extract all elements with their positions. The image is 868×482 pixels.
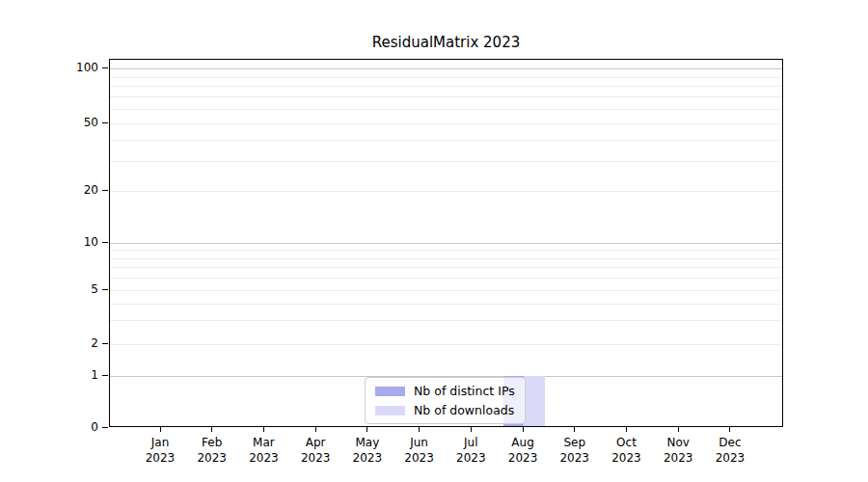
y-tick-label: 100 — [59, 61, 98, 74]
minor-gridline — [110, 278, 782, 279]
figure: ResidualMatrix 2023 0125102050100Jan2023… — [0, 0, 868, 482]
minor-gridline — [110, 140, 782, 141]
legend-item-downloads: Nb of downloads — [375, 403, 515, 417]
y-tick-mark — [102, 289, 108, 290]
plot-area — [109, 59, 783, 427]
x-tick-mark — [523, 427, 524, 432]
y-tick-label: 5 — [59, 282, 98, 296]
x-tick-mark — [160, 427, 161, 432]
minor-gridline — [110, 161, 782, 162]
x-tick-mark — [419, 427, 420, 432]
y-tick-mark — [102, 122, 108, 123]
legend-label-downloads: Nb of downloads — [414, 403, 514, 417]
legend-swatch-downloads — [375, 406, 405, 415]
x-tick-year: 2023 — [699, 450, 761, 466]
y-tick-mark — [102, 190, 108, 191]
y-tick-label: 1 — [59, 368, 98, 382]
x-tick-mark — [315, 427, 316, 432]
minor-gridline — [110, 267, 782, 268]
y-tick-label: 50 — [59, 116, 98, 129]
legend-swatch-distinct-ips — [375, 387, 405, 396]
major-gridline — [110, 243, 782, 244]
legend: Nb of distinct IPs Nb of downloads — [365, 377, 526, 424]
x-tick-mark — [729, 427, 730, 432]
minor-gridline — [110, 250, 782, 251]
x-tick-label: Dec2023 — [699, 435, 761, 466]
legend-label-distinct-ips: Nb of distinct IPs — [414, 384, 515, 398]
legend-item-distinct-ips: Nb of distinct IPs — [375, 384, 515, 398]
x-tick-mark — [211, 427, 212, 432]
minor-gridline — [110, 123, 782, 124]
y-tick-label: 0 — [59, 420, 98, 434]
y-tick-mark — [102, 343, 108, 344]
y-tick-label: 10 — [59, 235, 98, 249]
y-tick-label: 2 — [59, 336, 98, 350]
minor-gridline — [110, 320, 782, 321]
bar-downloads — [524, 376, 545, 426]
minor-gridline — [110, 86, 782, 87]
y-tick-label: 20 — [59, 183, 98, 197]
chart-title: ResidualMatrix 2023 — [109, 34, 783, 51]
x-tick-mark — [574, 427, 575, 432]
x-tick-mark — [626, 427, 627, 432]
minor-gridline — [110, 290, 782, 291]
x-tick-month: Dec — [699, 435, 761, 450]
minor-gridline — [110, 258, 782, 259]
y-tick-mark — [102, 427, 108, 428]
minor-gridline — [110, 77, 782, 78]
x-tick-mark — [678, 427, 679, 432]
minor-gridline — [110, 344, 782, 345]
minor-gridline — [110, 96, 782, 97]
minor-gridline — [110, 304, 782, 305]
y-tick-mark — [102, 67, 108, 68]
minor-gridline — [110, 191, 782, 192]
x-tick-mark — [366, 427, 367, 432]
y-tick-mark — [102, 242, 108, 243]
major-gridline — [110, 68, 782, 69]
x-tick-mark — [471, 427, 472, 432]
y-tick-mark — [102, 375, 108, 376]
minor-gridline — [110, 109, 782, 110]
x-tick-mark — [263, 427, 264, 432]
